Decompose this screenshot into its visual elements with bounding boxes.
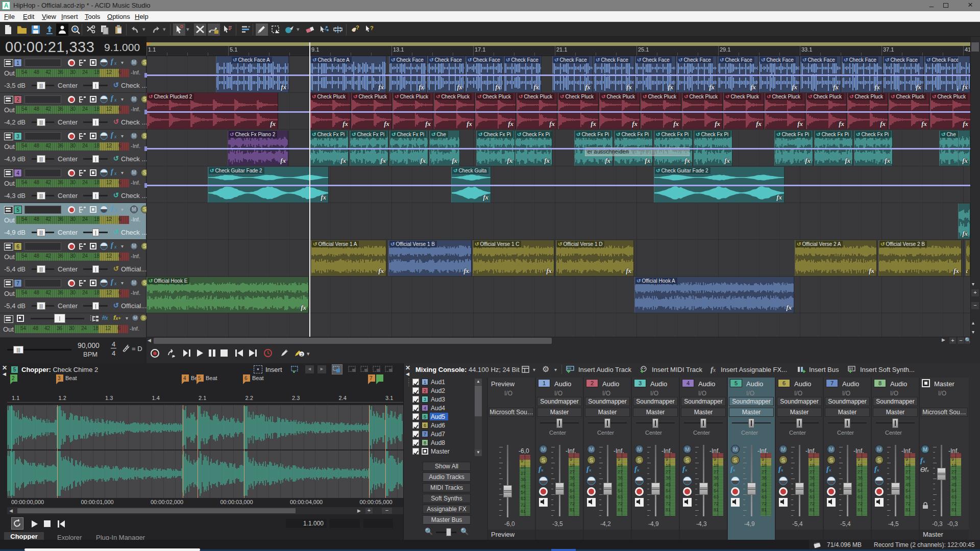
svg-text:2: 2 [12, 375, 15, 381]
svg-text:5: 5 [198, 375, 201, 381]
svg-text:6: 6 [244, 375, 248, 381]
svg-text:4: 4 [183, 375, 186, 381]
svg-text:2: 2 [301, 352, 303, 357]
svg-text:?: ? [370, 25, 374, 31]
svg-text:3: 3 [58, 375, 61, 381]
svg-text:7: 7 [370, 375, 373, 381]
svg-text:?: ? [356, 24, 359, 31]
